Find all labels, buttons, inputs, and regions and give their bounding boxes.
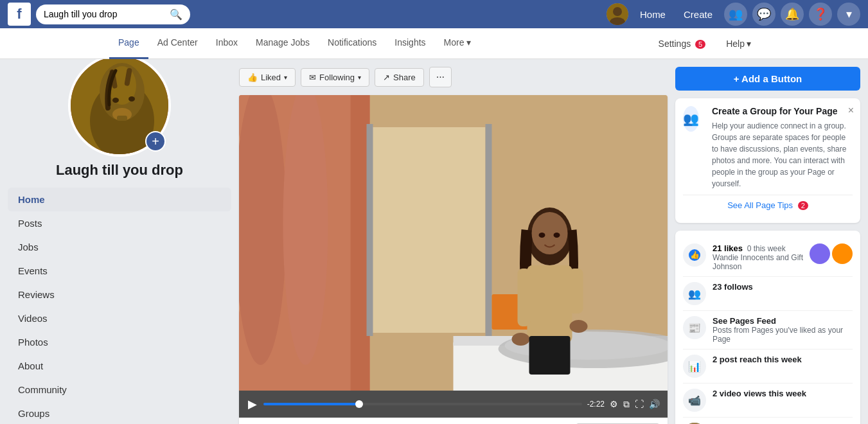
- svg-rect-34: [529, 336, 571, 375]
- svg-point-37: [554, 233, 560, 238]
- svg-rect-31: [569, 269, 583, 314]
- page-nav-notifications[interactable]: Notifications: [319, 28, 385, 59]
- sidebar-item-videos[interactable]: Videos: [8, 306, 231, 330]
- following-button[interactable]: ✉ Following ▾: [301, 68, 369, 87]
- notifications-icon[interactable]: 🔔: [781, 3, 804, 26]
- sidebar-item-home[interactable]: Home: [8, 188, 231, 211]
- page-nav-more[interactable]: More ▾: [435, 28, 481, 59]
- pages-feed-subtitle: Posts from Pages you've liked as your Pa…: [713, 326, 853, 344]
- action-bar: 👍 Liked ▾ ✉ Following ▾ ↗ Share ···: [239, 67, 668, 87]
- home-nav-btn[interactable]: Home: [633, 5, 672, 24]
- stats-card: 👍 21 likes 0 this week Wandie Innocents …: [675, 231, 860, 424]
- settings-ctrl-icon[interactable]: ⚙: [610, 399, 618, 409]
- svg-point-33: [570, 320, 588, 333]
- page-nav-page[interactable]: Page: [109, 28, 148, 59]
- video-progress-bar[interactable]: [263, 403, 582, 405]
- sidebar-item-events[interactable]: Events: [8, 259, 231, 283]
- share-button[interactable]: ↗ Share: [375, 68, 424, 87]
- messenger-icon[interactable]: 💬: [752, 3, 775, 26]
- sidebar-item-posts[interactable]: Posts: [8, 211, 231, 235]
- play-pause-button[interactable]: ▶: [247, 396, 258, 412]
- search-bar[interactable]: 🔍: [36, 4, 190, 24]
- video-controls: ▶ -2:22 ⚙ ⧉ ⛶ 🔊: [239, 391, 668, 418]
- follows-stat-row: 👥 23 follows: [683, 277, 853, 311]
- svg-rect-20: [367, 124, 373, 336]
- post-reach-title: 2 post reach this week: [713, 355, 802, 364]
- svg-point-1: [613, 7, 622, 16]
- friends-icon[interactable]: 👥: [724, 3, 747, 26]
- settings-button[interactable]: Settings 5: [651, 35, 714, 53]
- likes-stat-row: 👍 21 likes 0 this week Wandie Innocents …: [683, 238, 853, 277]
- video-progress-thumb[interactable]: [355, 400, 363, 408]
- fullscreen-ctrl-icon[interactable]: ⛶: [635, 399, 644, 409]
- facebook-logo[interactable]: f: [8, 3, 31, 26]
- avatar-add-button[interactable]: +: [145, 131, 166, 152]
- top-nav-right: Home Create 👥 💬 🔔 ❓ ▾: [607, 3, 860, 26]
- search-icon[interactable]: 🔍: [170, 8, 182, 21]
- sidebar-item-community[interactable]: Community: [8, 378, 231, 402]
- search-input[interactable]: [44, 9, 170, 19]
- page-nav-right: Settings 5 Help ▾: [651, 35, 759, 53]
- page-nav-managejobs[interactable]: Manage Jobs: [247, 28, 319, 59]
- sidebar-item-reviews[interactable]: Reviews: [8, 283, 231, 306]
- main-wrapper: + Laugh till you drop Home Posts Jobs Ev…: [0, 59, 868, 424]
- svg-point-18: [283, 95, 328, 365]
- help-caret-icon: ▾: [747, 39, 751, 49]
- video-time-label: -2:22: [587, 400, 605, 409]
- profile-avatar-area: +: [68, 54, 171, 157]
- tip-card-body: Help your audience connect in a group. G…: [712, 120, 853, 190]
- add-button[interactable]: + Add a Button: [675, 67, 860, 91]
- video-progress-fill: [263, 403, 359, 405]
- sidebar-item-photos[interactable]: Photos: [8, 330, 231, 354]
- pip-ctrl-icon[interactable]: ⧉: [623, 399, 630, 410]
- see-all-tips-button[interactable]: See All Page Tips 2: [683, 195, 853, 215]
- page-navigation: Page Ad Center Inbox Manage Jobs Notific…: [0, 28, 868, 59]
- main-content: 👍 Liked ▾ ✉ Following ▾ ↗ Share ···: [231, 59, 675, 424]
- right-sidebar: + Add a Button × 👥 Create a Group for Yo…: [675, 59, 868, 424]
- pages-feed-icon: 📰: [683, 316, 706, 339]
- summary-stat-row: 21 people like this and 23 people follow…: [683, 418, 853, 424]
- help-button[interactable]: Help ▾: [718, 35, 759, 53]
- pages-feed-title: See Pages Feed: [713, 316, 853, 326]
- video-player[interactable]: [239, 95, 668, 391]
- svg-point-9: [112, 98, 119, 103]
- more-options-button[interactable]: ···: [429, 67, 452, 87]
- liked-button[interactable]: 👍 Liked ▾: [239, 68, 296, 87]
- like-avatar-2: [832, 243, 853, 264]
- post-reach-stat-row: 📊 2 post reach this week: [683, 349, 853, 384]
- settings-badge: 5: [695, 40, 705, 49]
- sidebar-item-groups[interactable]: Groups: [8, 402, 231, 424]
- sidebar-item-about[interactable]: About: [8, 354, 231, 378]
- svg-rect-12: [117, 116, 127, 121]
- dropdown-icon[interactable]: ▾: [837, 3, 860, 26]
- svg-point-35: [532, 212, 568, 254]
- page-name: Laugh till you drop: [8, 162, 231, 179]
- svg-point-10: [128, 96, 135, 102]
- tip-card-title: Create a Group for Your Page: [712, 106, 853, 116]
- svg-text:👍: 👍: [690, 250, 700, 260]
- follows-count: 23 follows: [713, 282, 753, 292]
- page-nav-inbox[interactable]: Inbox: [207, 28, 247, 59]
- video-card: ▶ -2:22 ⚙ ⧉ ⛶ 🔊 😊 Watch together with fr…: [239, 95, 668, 424]
- likes-count: 21 likes: [713, 243, 743, 253]
- svg-point-36: [539, 233, 545, 238]
- tip-group-icon: 👥: [683, 106, 699, 132]
- svg-rect-19: [370, 127, 486, 333]
- watch-party-bar: 😊 Watch together with friends or with a …: [239, 418, 668, 424]
- tip-card: × 👥 Create a Group for Your Page Help yo…: [675, 98, 860, 223]
- video-views-stat-row: 📹 2 video views this week: [683, 384, 853, 418]
- svg-rect-21: [486, 124, 492, 336]
- sidebar-nav: Home Posts Jobs Events Reviews Videos Ph…: [8, 188, 231, 424]
- help-icon[interactable]: ❓: [809, 3, 832, 26]
- pages-feed-stat-row[interactable]: 📰 See Pages Feed Posts from Pages you've…: [683, 311, 853, 349]
- tip-close-button[interactable]: ×: [848, 105, 854, 116]
- create-nav-btn[interactable]: Create: [677, 5, 719, 24]
- volume-ctrl-icon[interactable]: 🔊: [649, 399, 660, 409]
- top-navigation: f 🔍 Home Create 👥 💬 🔔 ❓ ▾: [0, 0, 868, 28]
- sidebar-item-jobs[interactable]: Jobs: [8, 235, 231, 259]
- svg-point-32: [512, 333, 530, 346]
- page-nav-adcenter[interactable]: Ad Center: [148, 28, 207, 59]
- user-avatar[interactable]: [607, 3, 628, 25]
- liked-caret-icon: ▾: [284, 74, 287, 81]
- page-nav-insights[interactable]: Insights: [385, 28, 434, 59]
